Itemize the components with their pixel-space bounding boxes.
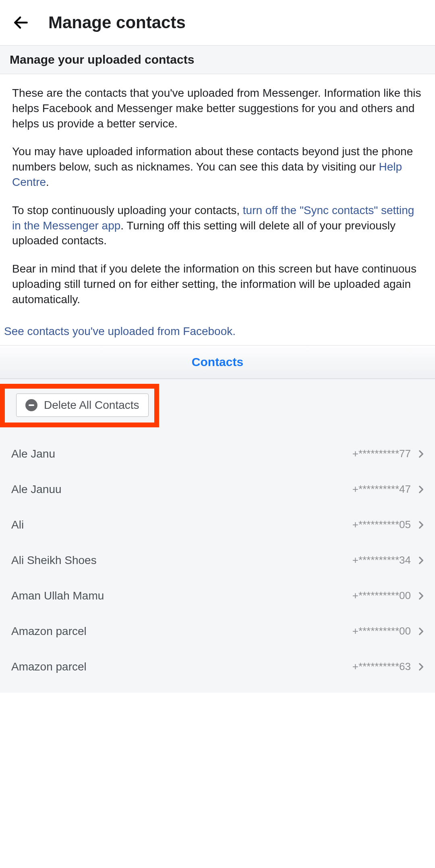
- chevron-right-icon: [415, 519, 427, 531]
- chevron-right-icon: [415, 625, 427, 637]
- contact-name: Aman Ullah Mamu: [11, 589, 104, 602]
- page-title: Manage contacts: [48, 13, 186, 32]
- app-header: Manage contacts: [0, 0, 435, 45]
- delete-all-label: Delete All Contacts: [44, 399, 139, 412]
- chevron-right-icon: [415, 554, 427, 566]
- contact-row[interactable]: Ali +**********05: [0, 507, 435, 543]
- contact-row[interactable]: Amazon parcel +**********00: [0, 614, 435, 649]
- info-paragraph-3: To stop continuously uploading your cont…: [12, 203, 423, 248]
- chevron-right-icon: [415, 448, 427, 460]
- contact-row[interactable]: Ale Januu +**********47: [0, 472, 435, 507]
- highlight-annotation: Delete All Contacts: [0, 384, 159, 427]
- info-paragraph-2: You may have uploaded information about …: [12, 144, 423, 189]
- contact-name: Ale Januu: [11, 483, 62, 496]
- contact-phone: +**********34: [352, 554, 411, 566]
- contact-phone: +**********47: [352, 483, 411, 495]
- delete-all-contacts-button[interactable]: Delete All Contacts: [16, 393, 149, 417]
- info-paragraph-4: Bear in mind that if you delete the info…: [12, 261, 423, 307]
- chevron-right-icon: [415, 661, 427, 673]
- contacts-list-area: Delete All Contacts Ale Janu +**********…: [0, 379, 435, 693]
- contact-row[interactable]: Ali Sheikh Shoes +**********34: [0, 543, 435, 578]
- contact-phone: +**********00: [352, 589, 411, 602]
- back-arrow-icon[interactable]: [10, 11, 32, 34]
- contact-phone: +**********77: [352, 448, 411, 460]
- contact-phone: +**********05: [352, 518, 411, 531]
- contacts-section-header: Contacts: [0, 345, 435, 379]
- info-paragraph-1: These are the contacts that you've uploa…: [12, 85, 423, 131]
- contact-name: Amazon parcel: [11, 660, 87, 673]
- info-block: These are the contacts that you've uploa…: [0, 74, 435, 323]
- minus-circle-icon: [25, 399, 37, 411]
- contact-row[interactable]: Aman Ullah Mamu +**********00: [0, 578, 435, 614]
- see-facebook-contacts-link[interactable]: See contacts you've uploaded from Facebo…: [0, 323, 435, 345]
- contact-name: Ali: [11, 518, 24, 531]
- section-subheader: Manage your uploaded contacts: [0, 45, 435, 74]
- contact-row[interactable]: Amazon parcel +**********63: [0, 649, 435, 685]
- chevron-right-icon: [415, 483, 427, 495]
- contact-name: Amazon parcel: [11, 625, 87, 638]
- chevron-right-icon: [415, 590, 427, 602]
- contact-name: Ale Janu: [11, 448, 55, 460]
- contact-phone: +**********63: [352, 660, 411, 673]
- contact-name: Ali Sheikh Shoes: [11, 554, 97, 567]
- contact-row[interactable]: Ale Janu +**********77: [0, 436, 435, 472]
- contact-phone: +**********00: [352, 625, 411, 637]
